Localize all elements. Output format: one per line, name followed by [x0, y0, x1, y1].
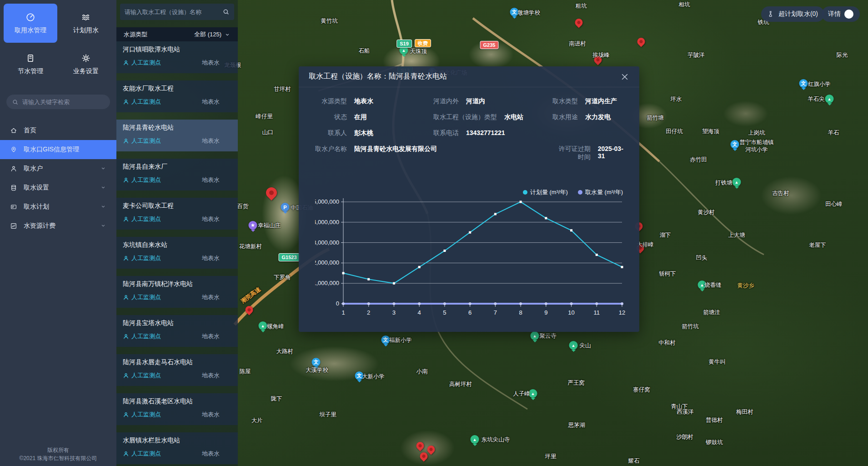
field-label: 许可证过期时间	[552, 145, 591, 161]
sidebar-item-水资源计费[interactable]: 水资源计费	[0, 216, 116, 236]
monitor-tag: 人工监测点	[123, 293, 161, 301]
list-item[interactable]: 麦卡公司取水工程 人工监测点 地表水	[116, 198, 238, 230]
sidebar-item-取水设置[interactable]: 取水设置	[0, 178, 116, 197]
intake-name: 陆河县南万镇杞洋水电站	[123, 280, 231, 288]
map-label: 坪水	[671, 96, 682, 103]
chevron-down-icon	[100, 165, 106, 173]
svg-text:12: 12	[619, 309, 625, 316]
svg-text:9: 9	[544, 309, 547, 316]
water-source-type: 地表水	[202, 411, 220, 419]
temple-marker[interactable]: ▲	[471, 435, 479, 444]
map-label: 老屋下	[809, 242, 826, 249]
list-item[interactable]: 河口镇唱歌潭水电站 人工监测点 地表水	[116, 41, 238, 73]
map-label: 羊石尖	[808, 96, 825, 103]
intake-search[interactable]	[120, 4, 234, 20]
sidebar-search-input[interactable]	[22, 99, 105, 105]
module-取用水管理[interactable]: 取用水管理	[4, 4, 57, 43]
legend-item[interactable]: 取水量 (m³/年)	[578, 188, 623, 196]
monitor-tag: 人工监测点	[123, 137, 161, 145]
svg-text:1: 1	[341, 309, 345, 316]
svg-text:1,000,000: 1,000,000	[315, 280, 339, 286]
module-节水管理[interactable]: 节水管理	[4, 45, 57, 84]
detail-toggle[interactable]: 详情	[822, 6, 860, 22]
school-marker[interactable]: 文	[799, 79, 808, 88]
red-pin-marker[interactable]	[415, 440, 426, 451]
red-pin-marker[interactable]	[264, 185, 279, 200]
map-label: 上大塘	[728, 232, 745, 239]
over-plan-intake-button[interactable]: 超计划取水(0)	[761, 6, 824, 22]
scenic-marker[interactable]: ▲	[569, 341, 578, 350]
red-pin-marker[interactable]	[418, 451, 429, 461]
sidebar: 取用水管理 计划用水 节水管理 业务设置 首页 取水口GIS信息管理 取水户 取…	[0, 0, 116, 466]
list-item[interactable]: 水唇镇水栏肚水电站 人工监测点 地表水	[116, 432, 238, 464]
red-pin-marker[interactable]	[636, 36, 647, 47]
sidebar-search[interactable]	[6, 95, 110, 109]
map-label: 挨垅峰	[592, 52, 610, 59]
sidebar-item-取水户[interactable]: 取水户	[0, 159, 116, 178]
chart-icon	[10, 222, 17, 230]
map-label: 黄竹坑	[321, 18, 338, 25]
map-label: 凹头	[696, 255, 707, 262]
list-item[interactable]: 陆河县青砼水电站 人工监测点 地表水	[116, 120, 238, 151]
sidebar-item-label: 取水设置	[24, 184, 49, 192]
map-label: 耀石	[628, 458, 640, 465]
gas-marker[interactable]: P	[281, 203, 290, 211]
search-icon[interactable]	[222, 8, 230, 15]
modal-title: 取水工程（设施）名称：陆河县青砼水电站	[309, 72, 447, 81]
map-label: 大路村	[276, 348, 293, 356]
sidebar-item-首页[interactable]: 首页	[0, 121, 116, 140]
map-label: 黄牛叫	[708, 359, 726, 366]
red-pin-marker[interactable]	[244, 304, 255, 315]
field-label: 水源类型	[310, 97, 347, 105]
red-pin-marker[interactable]	[573, 17, 584, 28]
monitor-tag: 人工监测点	[123, 450, 161, 458]
map-label: 南进村	[569, 40, 586, 48]
sidebar-item-取水计划[interactable]: 取水计划	[0, 197, 116, 216]
intake-search-input[interactable]	[125, 9, 222, 15]
water-source-type: 地表水	[202, 450, 220, 458]
scenic-marker[interactable]: ▲	[825, 95, 834, 103]
field-取水工程（设施）类型: 取水工程（设施）类型 水电站	[433, 113, 552, 121]
red-pin-marker[interactable]	[426, 444, 437, 455]
school-marker[interactable]: 文	[312, 358, 321, 366]
temple-marker[interactable]: ▲	[531, 331, 539, 340]
school-marker[interactable]: 文	[381, 336, 390, 344]
map-label: 羊石	[828, 130, 839, 137]
map-label: 坝子里	[319, 411, 336, 419]
list-item[interactable]: 友能水厂取水工程 人工监测点 地表水	[116, 80, 238, 112]
map-label: 田心嶂	[825, 201, 843, 208]
monitor-tag: 人工监测点	[123, 371, 161, 380]
module-计划用水[interactable]: 计划用水	[59, 4, 113, 43]
list-item[interactable]: 陆河县水唇走马石水电站 人工监测点 地表水	[116, 354, 238, 386]
intake-info-grid: 水源类型 地表水河道内外 河道内取水类型 河道内生产状态 在用取水工程（设施）类…	[299, 87, 639, 161]
field-label: 状态	[310, 113, 347, 121]
list-item[interactable]: 陆河县宝塔水电站 人工监测点 地表水	[116, 315, 238, 347]
module-业务设置[interactable]: 业务设置	[59, 45, 113, 84]
map-label: 锣鼓坑	[706, 439, 723, 446]
map-label: 黄沙乡	[737, 282, 754, 290]
map-label: 高树坪村	[449, 381, 472, 388]
list-item[interactable]: 陆河县自来水厂 人工监测点 地表水	[116, 159, 238, 190]
map-label: 东坑尖山寺	[482, 436, 510, 444]
school-marker[interactable]: 文	[731, 140, 739, 149]
list-item[interactable]: 陆河县激石溪老区水电站 人工监测点 地表水	[116, 393, 238, 425]
monitor-tag: 人工监测点	[123, 215, 161, 223]
intake-name: 陆河县自来水厂	[123, 163, 231, 171]
svg-text:3,000,000: 3,000,000	[315, 239, 339, 246]
scenic-marker[interactable]: ▲	[733, 178, 741, 186]
field-联系电话: 联系电话 13432771221	[433, 129, 552, 137]
toggle-knob[interactable]	[844, 10, 853, 19]
legend-item[interactable]: 计划量 (m³/年)	[523, 188, 568, 196]
map-label: 际光	[837, 52, 848, 59]
filter-dropdown[interactable]: 全部 (125)	[194, 30, 231, 39]
scenic-marker[interactable]: ▲	[259, 321, 267, 330]
fun-marker[interactable]: ★	[249, 221, 257, 230]
sidebar-item-取水口GIS信息管理[interactable]: 取水口GIS信息管理	[0, 140, 116, 159]
water-source-type: 地表水	[202, 215, 220, 223]
chevron-down-icon	[100, 203, 106, 211]
list-item[interactable]: 东坑镇自来水站 人工监测点 地表水	[116, 237, 238, 269]
intake-name: 陆河县宝塔水电站	[123, 319, 231, 327]
list-item[interactable]: 陆河县南万镇杞洋水电站 人工监测点 地表水	[116, 276, 238, 308]
close-icon[interactable]	[620, 72, 629, 81]
svg-text:7: 7	[494, 309, 497, 316]
